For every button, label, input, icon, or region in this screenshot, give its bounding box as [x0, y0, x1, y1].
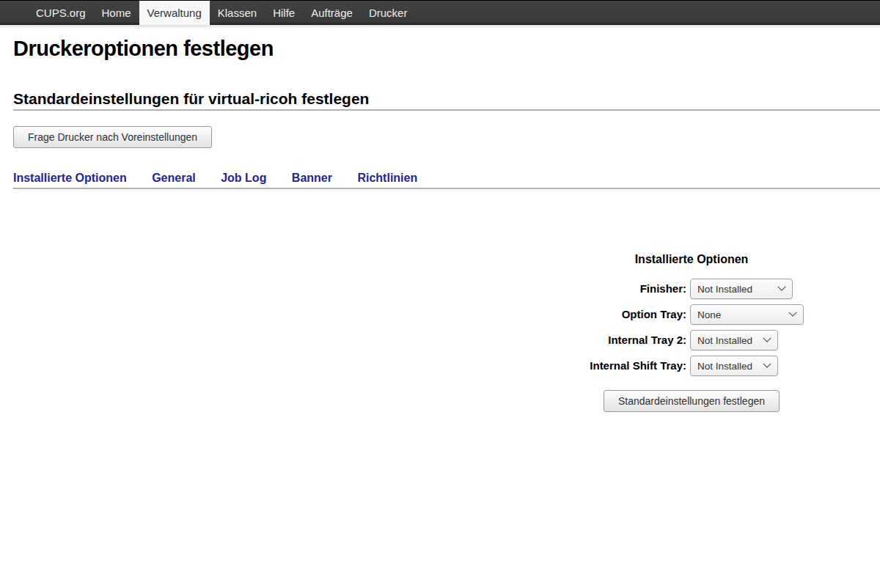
- nav-item-home[interactable]: Home: [94, 1, 139, 25]
- top-nav: CUPS.org Home Verwaltung Klassen Hilfe A…: [0, 0, 880, 25]
- set-default-options-button[interactable]: Standardeinstellungen festlegen: [604, 390, 780, 412]
- nav-item-hilfe[interactable]: Hilfe: [265, 1, 303, 25]
- nav-item-klassen[interactable]: Klassen: [210, 1, 265, 25]
- nav-shadow: [0, 25, 880, 29]
- tab-banner[interactable]: Banner: [292, 172, 332, 184]
- finisher-select-value: Not Installed: [697, 284, 752, 295]
- finisher-label: Finisher:: [576, 279, 690, 299]
- internal-tray-2-select-value: Not Installed: [697, 335, 752, 346]
- main-content: Druckeroptionen festlegen Standardeinste…: [0, 37, 880, 189]
- form-row-internal-tray-2: Internal Tray 2: Not Installed: [576, 330, 807, 350]
- option-tray-select[interactable]: None: [690, 304, 804, 325]
- internal-tray-2-select[interactable]: Not Installed: [690, 330, 778, 350]
- page-title: Druckeroptionen festlegen: [13, 37, 880, 61]
- form-heading: Installierte Optionen: [576, 252, 807, 267]
- form-row-internal-shift-tray: Internal Shift Tray: Not Installed: [576, 356, 807, 376]
- form-row-finisher: Finisher: Not Installed: [576, 279, 807, 299]
- chevron-down-icon: [777, 283, 785, 291]
- settings-tab-bar: Installierte Optionen General Job Log Ba…: [13, 171, 880, 189]
- finisher-select[interactable]: Not Installed: [690, 279, 793, 299]
- tab-job-log[interactable]: Job Log: [221, 172, 266, 184]
- query-printer-defaults-button[interactable]: Frage Drucker nach Voreinstellungen: [13, 126, 212, 148]
- option-tray-label: Option Tray:: [576, 304, 690, 325]
- option-tray-select-value: None: [697, 309, 721, 320]
- nav-item-drucker[interactable]: Drucker: [361, 1, 416, 25]
- nav-item-auftraege[interactable]: Aufträge: [303, 1, 361, 25]
- form-row-option-tray: Option Tray: None: [576, 304, 807, 325]
- chevron-down-icon: [763, 334, 771, 342]
- internal-shift-tray-label: Internal Shift Tray:: [576, 356, 690, 376]
- section-heading: Standardeinstellungen für virtual-ricoh …: [13, 90, 880, 111]
- internal-shift-tray-select[interactable]: Not Installed: [690, 356, 778, 376]
- chevron-down-icon: [763, 360, 771, 368]
- installed-options-form: Installierte Optionen Finisher: Not Inst…: [576, 252, 807, 412]
- nav-item-verwaltung[interactable]: Verwaltung: [139, 1, 210, 25]
- submit-row: Standardeinstellungen festlegen: [576, 390, 807, 412]
- nav-item-cups-org[interactable]: CUPS.org: [28, 1, 94, 25]
- chevron-down-icon: [788, 309, 796, 317]
- tab-richtlinien[interactable]: Richtlinien: [357, 172, 417, 184]
- tab-installierte-optionen[interactable]: Installierte Optionen: [13, 172, 127, 184]
- tab-general[interactable]: General: [152, 172, 196, 184]
- internal-shift-tray-select-value: Not Installed: [697, 361, 752, 372]
- internal-tray-2-label: Internal Tray 2:: [576, 330, 690, 350]
